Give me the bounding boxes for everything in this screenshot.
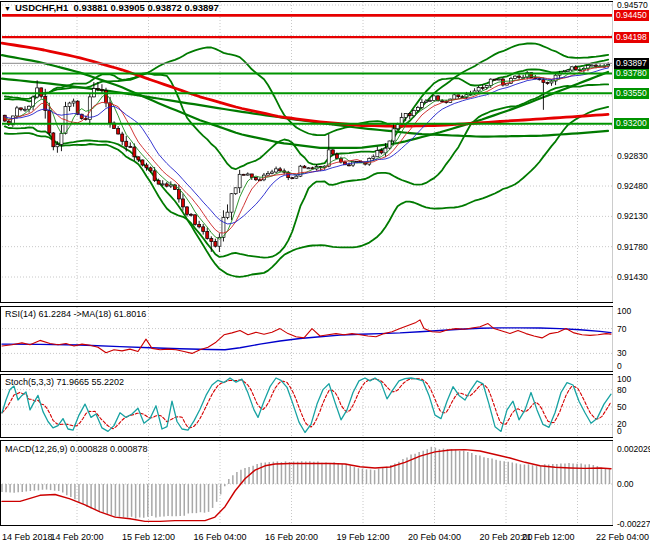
price-axis: 0.945700.928300.924800.921300.917800.914… bbox=[613, 0, 650, 527]
symbol-dropdown-icon[interactable]: ▼ bbox=[4, 5, 11, 12]
price-tick: 0.92130 bbox=[617, 211, 648, 221]
time-label: 16 Feb 04:00 bbox=[193, 532, 246, 542]
time-label: 20 Feb 04:00 bbox=[408, 532, 461, 542]
rsi-label: RSI(14) 61.2284 ->MA(18) 61.8016 bbox=[5, 309, 146, 319]
support-price-label: 0.93200 bbox=[614, 118, 649, 129]
grid-vertical bbox=[77, 307, 578, 371]
macd-signal-line bbox=[2, 450, 611, 522]
time-label: 15 Feb 12:00 bbox=[122, 532, 175, 542]
support-price-label: 0.93780 bbox=[614, 68, 649, 79]
time-label: 21 Feb 12:00 bbox=[521, 532, 574, 542]
chart-symbol-period: USDCHF,H1 bbox=[15, 2, 68, 13]
rsi-tick: 0 bbox=[617, 361, 622, 371]
time-label: 22 Feb 04:00 bbox=[596, 532, 649, 542]
macd-histogram bbox=[2, 447, 610, 519]
time-label: 14 Feb 2018 bbox=[2, 532, 53, 542]
green-slow-ma-1 bbox=[2, 55, 608, 148]
rsi-tick: 100 bbox=[617, 306, 631, 316]
chart-title: ▼USDCHF,H1 0.93881 0.93905 0.93872 0.938… bbox=[4, 2, 219, 13]
price-tick: 0.92480 bbox=[617, 181, 648, 191]
price-tick: 0.91780 bbox=[617, 242, 648, 252]
time-label: 19 Feb 12:00 bbox=[336, 532, 389, 542]
macd-tick: 0.002029 bbox=[617, 444, 650, 454]
chart-window: ▼USDCHF,H1 0.93881 0.93905 0.93872 0.938… bbox=[0, 0, 650, 550]
time-axis: 14 Feb 201814 Feb 20:0015 Feb 12:0016 Fe… bbox=[0, 527, 650, 550]
stoch-tick: 0 bbox=[617, 426, 622, 436]
bollinger-lower bbox=[5, 84, 608, 257]
stoch-label: Stoch(5,3,3) 71.9665 55.2202 bbox=[5, 377, 124, 387]
resistance-price-label: 0.94198 bbox=[614, 32, 649, 43]
stoch-tick: 80 bbox=[617, 385, 626, 395]
price-tick: 0.91430 bbox=[617, 272, 648, 282]
price-tick: 0.92830 bbox=[617, 151, 648, 161]
stoch-tick: 100 bbox=[617, 374, 631, 384]
rsi-tick: 70 bbox=[617, 324, 626, 334]
current-price-label: 0.93897 bbox=[614, 58, 649, 69]
time-label: 16 Feb 20:00 bbox=[265, 532, 318, 542]
macd-label: MACD(12,26,9) 0.000828 0.000878 bbox=[5, 444, 148, 454]
price-tick: 0.94570 bbox=[617, 0, 648, 10]
rsi-tick: 30 bbox=[617, 348, 626, 358]
resistance-price-label: 0.94450 bbox=[614, 10, 649, 21]
rsi-line bbox=[2, 320, 611, 354]
time-label: 14 Feb 20:00 bbox=[50, 532, 103, 542]
macd-tick: 0.00 bbox=[617, 479, 634, 489]
support-price-label: 0.93550 bbox=[614, 88, 649, 99]
main-chart-panel[interactable] bbox=[0, 0, 614, 304]
panel-border bbox=[1, 2, 614, 303]
stoch-tick: 50 bbox=[617, 402, 626, 412]
candles-layer bbox=[3, 62, 609, 252]
chart-ohlc-values: 0.93881 0.93905 0.93872 0.93897 bbox=[74, 2, 219, 13]
